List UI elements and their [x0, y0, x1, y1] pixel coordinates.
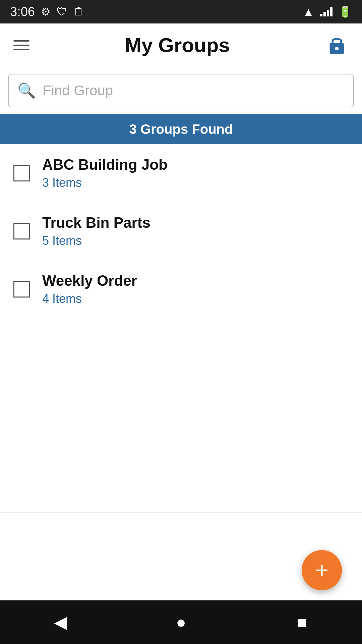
- clipboard-icon: 🗒: [73, 6, 84, 18]
- group-count-1: 3 Items: [42, 176, 168, 190]
- group-name-3: Weekly Order: [42, 272, 137, 289]
- status-left: 3:06 ⚙ 🛡 🗒: [10, 5, 84, 19]
- app-bar: My Groups: [0, 23, 362, 67]
- lock-button[interactable]: [325, 34, 349, 57]
- list-item: Weekly Order 4 Items: [0, 260, 362, 318]
- menu-line-1: [13, 40, 29, 42]
- shield-icon: 🛡: [57, 6, 67, 18]
- menu-line-2: [13, 45, 29, 46]
- group-name-2: Truck Bin Parts: [42, 214, 150, 231]
- status-time: 3:06: [10, 5, 35, 19]
- battery-icon: 🔋: [339, 5, 352, 18]
- search-input[interactable]: [43, 83, 345, 99]
- search-icon: 🔍: [17, 82, 36, 99]
- status-bar: 3:06 ⚙ 🛡 🗒 ▲ 🔋: [0, 0, 362, 23]
- settings-icon: ⚙: [41, 5, 51, 18]
- menu-line-3: [13, 49, 29, 50]
- group-count-2: 5 Items: [42, 234, 150, 248]
- results-banner: 3 Groups Found: [0, 114, 362, 144]
- home-button[interactable]: ●: [168, 609, 194, 636]
- add-icon: +: [315, 558, 329, 582]
- lock-icon: [327, 35, 346, 55]
- status-right: ▲ 🔋: [303, 5, 352, 18]
- search-box: 🔍: [8, 74, 354, 107]
- add-group-button[interactable]: +: [302, 550, 342, 590]
- search-container: 🔍: [0, 67, 362, 114]
- group-checkbox-3[interactable]: [13, 281, 30, 298]
- group-info-2: Truck Bin Parts 5 Items: [42, 214, 150, 248]
- group-count-3: 4 Items: [42, 292, 137, 306]
- list-item: ABC Building Job 3 Items: [0, 144, 362, 202]
- group-checkbox-1[interactable]: [13, 165, 30, 181]
- signal-icon: [320, 7, 333, 16]
- group-checkbox-2[interactable]: [13, 223, 30, 239]
- group-list: ABC Building Job 3 Items Truck Bin Parts…: [0, 144, 362, 318]
- back-button[interactable]: ◀: [47, 609, 74, 636]
- recent-button[interactable]: ■: [288, 609, 315, 636]
- svg-point-1: [335, 47, 339, 50]
- page-title: My Groups: [125, 34, 230, 57]
- wifi-icon: ▲: [303, 5, 314, 18]
- bottom-navigation: ◀ ● ■: [0, 600, 362, 644]
- empty-area: [0, 318, 362, 513]
- menu-button[interactable]: [13, 40, 29, 50]
- group-info-3: Weekly Order 4 Items: [42, 272, 137, 306]
- list-item: Truck Bin Parts 5 Items: [0, 202, 362, 260]
- group-info-1: ABC Building Job 3 Items: [42, 156, 168, 190]
- group-name-1: ABC Building Job: [42, 156, 168, 173]
- results-count: 3 Groups Found: [129, 122, 233, 137]
